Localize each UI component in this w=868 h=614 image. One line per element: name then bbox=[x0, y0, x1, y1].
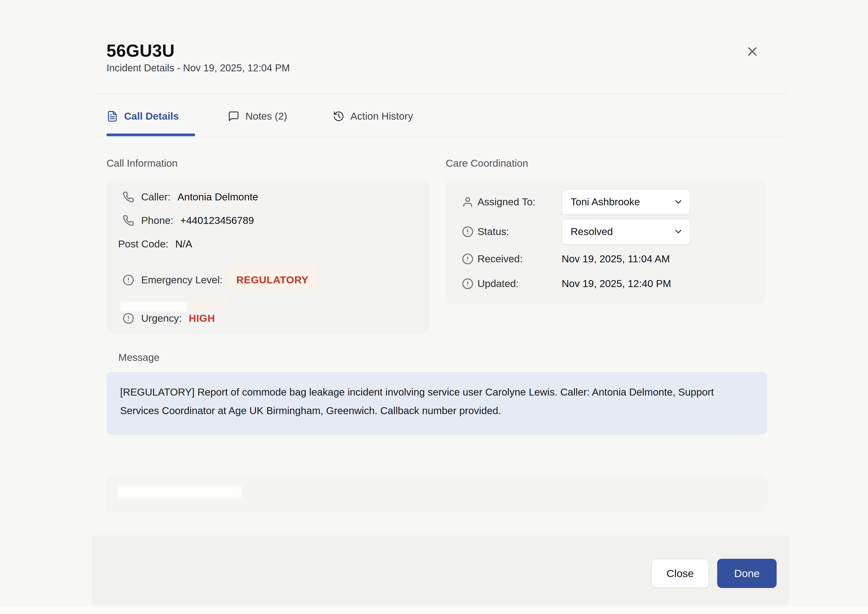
tab-label: Call Details bbox=[124, 110, 179, 122]
page-subtitle: Incident Details - Nov 19, 2025, 12:04 P… bbox=[107, 62, 290, 74]
phone-value: +440123456789 bbox=[180, 215, 254, 226]
chevron-down-icon bbox=[673, 197, 684, 207]
page-title: 56GU3U bbox=[107, 41, 175, 61]
active-tab-underline bbox=[107, 133, 195, 136]
emergency-level-label: Emergency Level: bbox=[141, 274, 222, 286]
emergency-level-row: Emergency Level: REGULATORY bbox=[122, 271, 316, 288]
postcode-value: N/A bbox=[175, 238, 192, 250]
history-clock-icon bbox=[333, 110, 344, 122]
alert-circle-icon bbox=[462, 253, 473, 265]
status-value: Resolved bbox=[570, 226, 613, 237]
faded-text-artifact bbox=[118, 485, 242, 498]
postcode-label: Post Code: bbox=[118, 238, 168, 250]
assigned-to-label: Assigned To: bbox=[477, 196, 562, 208]
caller-label: Caller: bbox=[141, 191, 170, 203]
received-value: Nov 19, 2025, 11:04 AM bbox=[562, 253, 670, 265]
call-information-card: Caller: Antonia Delmonte Phone: +4401234… bbox=[107, 180, 430, 333]
tab-action-history[interactable]: Action History bbox=[333, 110, 413, 122]
tab-call-details[interactable]: Call Details bbox=[107, 110, 179, 122]
urgency-label: Urgency: bbox=[141, 313, 182, 324]
tab-label: Notes (2) bbox=[245, 110, 287, 122]
updated-value: Nov 19, 2025, 12:40 PM bbox=[562, 278, 671, 290]
care-coordination-title: Care Coordination bbox=[446, 158, 528, 169]
tabbar-divider bbox=[94, 137, 787, 137]
call-information-title: Call Information bbox=[107, 158, 178, 169]
phone-icon bbox=[122, 215, 134, 226]
caller-row: Caller: Antonia Delmonte bbox=[122, 188, 258, 206]
person-icon bbox=[462, 196, 473, 208]
message-text: [REGULATORY] Report of commode bag leaka… bbox=[120, 383, 719, 420]
alert-circle-icon bbox=[122, 313, 134, 324]
updated-label: Updated: bbox=[477, 278, 562, 290]
urgency-value: HIGH bbox=[189, 313, 215, 324]
assigned-to-select[interactable]: Toni Ashbrooke bbox=[562, 189, 690, 215]
phone-label: Phone: bbox=[141, 215, 174, 226]
phone-row: Phone: +440123456789 bbox=[122, 212, 254, 229]
message-title: Message bbox=[118, 352, 160, 363]
emergency-level-badge: REGULATORY bbox=[229, 271, 316, 289]
tab-label: Action History bbox=[350, 110, 413, 122]
empty-panel bbox=[107, 476, 767, 513]
received-label: Received: bbox=[477, 253, 562, 265]
assigned-to-row: Assigned To: Toni Ashbrooke bbox=[462, 189, 690, 215]
close-icon[interactable] bbox=[742, 41, 763, 62]
message-box: [REGULATORY] Report of commode bag leaka… bbox=[107, 372, 767, 434]
status-row: Status: Resolved bbox=[462, 219, 690, 245]
caller-value: Antonia Delmonte bbox=[177, 191, 258, 203]
page-bottom-strip bbox=[0, 606, 868, 614]
highlight-artifact bbox=[191, 293, 229, 310]
urgency-row: Urgency: HIGH bbox=[122, 310, 215, 327]
file-text-icon bbox=[107, 110, 118, 122]
alert-circle-icon bbox=[462, 226, 473, 237]
care-coordination-card: Assigned To: Toni Ashbrooke Status: Reso… bbox=[446, 180, 765, 304]
alert-circle-icon bbox=[122, 274, 134, 286]
chat-bubble-icon bbox=[228, 110, 239, 122]
received-row: Received: Nov 19, 2025, 11:04 AM bbox=[462, 251, 670, 266]
chevron-down-icon bbox=[673, 226, 684, 237]
assigned-to-value: Toni Ashbrooke bbox=[570, 196, 640, 208]
tab-notes[interactable]: Notes (2) bbox=[228, 110, 287, 122]
phone-icon bbox=[122, 191, 134, 203]
alert-circle-icon bbox=[462, 278, 473, 290]
status-select[interactable]: Resolved bbox=[562, 219, 690, 245]
postcode-row: Post Code: N/A bbox=[118, 235, 192, 253]
close-button-label: Close bbox=[666, 567, 694, 580]
done-button[interactable]: Done bbox=[717, 559, 777, 588]
done-button-label: Done bbox=[734, 567, 760, 580]
header-divider bbox=[94, 94, 787, 95]
status-label: Status: bbox=[477, 226, 562, 237]
updated-row: Updated: Nov 19, 2025, 12:40 PM bbox=[462, 276, 671, 291]
close-button[interactable]: Close bbox=[651, 559, 709, 588]
incident-details-modal: 56GU3U Incident Details - Nov 19, 2025, … bbox=[0, 0, 868, 614]
